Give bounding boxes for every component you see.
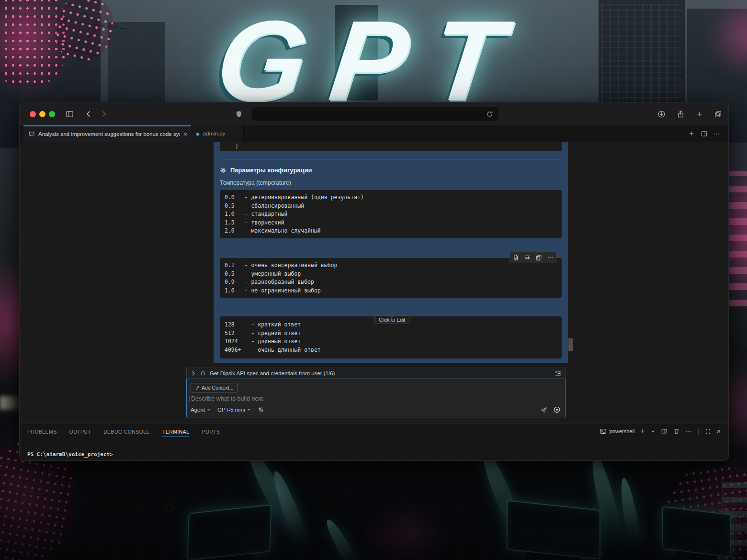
code-block-toolbar: ⋯ [509,251,556,263]
split-editor-icon [701,130,708,137]
code-block-partial[interactable]: ) [220,142,562,151]
code-line: 512 - средний ответ [225,329,562,338]
edit-document-icon [512,254,519,261]
input-controls-row: Agent GPT-5 mini [191,406,561,414]
code-line: 0.5 - сбалансированный [225,202,562,211]
close-panel-button[interactable]: × [717,428,721,435]
python-file-icon: ◆ [196,131,200,136]
downloads-button[interactable] [656,109,667,119]
send-icon[interactable] [540,406,547,414]
temperature-code-block[interactable]: 0.0 - детерминированный (один результат)… [220,190,562,238]
apply-in-editor-button[interactable] [511,253,521,262]
chat-input-field[interactable]: Describe what to build next [190,395,263,402]
shell-label: powershell [610,428,635,434]
sidebar-toggle-button[interactable] [64,109,75,119]
split-editor-button[interactable] [699,128,709,139]
browser-toolbar: + [20,102,728,125]
terminal-more-button[interactable]: ⋯ [686,428,692,435]
shell-list-item[interactable]: powershell [600,428,635,435]
tab-terminal[interactable]: TERMINAL [162,429,189,437]
more-actions-button[interactable]: ⋯ [545,253,555,262]
paperclip-icon [194,385,199,391]
tab-close-button[interactable]: × [183,131,187,137]
model-label: GPT-5 mini [217,407,245,413]
tab-ports[interactable]: PORTS [202,429,220,437]
back-button[interactable] [83,109,94,119]
tab-problems[interactable]: PROBLEMS [27,429,57,437]
tab-chat-session[interactable]: Analysis and improvement suggestions for… [23,125,191,142]
share-button[interactable] [675,109,686,119]
todo-list-row[interactable]: Get Dipsik API spec and credentials from… [186,368,566,379]
text-cursor [190,395,190,402]
desktop: GPT [0,0,747,560]
add-context-button[interactable]: Add Context... [191,383,238,392]
section-header: Параметры конфигурации [220,167,312,174]
code-line: 1.0 - стандартный [225,210,562,219]
code-line: 2.0 - максимально случайный [225,227,562,235]
traffic-light-close[interactable] [30,111,36,117]
maximize-panel-icon[interactable] [705,428,711,435]
tab-label: Analysis and improvement suggestions for… [38,131,180,137]
tab-output[interactable]: OUTPUT [69,429,91,437]
tools-icon[interactable] [258,406,264,413]
scrollbar-thumb[interactable] [568,338,573,351]
chevron-right-icon [100,110,108,118]
todo-status-icon [200,370,206,376]
editor-tab-bar: Analysis and improvement suggestions for… [20,125,728,142]
code-line: 1.5 - творческий [225,219,562,227]
chat-bubble-icon [28,131,35,137]
trash-icon[interactable] [673,428,680,435]
editor-more-button[interactable]: ⋯ [711,128,722,139]
insert-icon [524,254,531,261]
new-editor-button[interactable]: + [686,128,697,139]
top-p-code-block[interactable]: 0.1 - очень консервативный выбор 0.5 - у… [220,258,562,298]
agent-mode-dropdown[interactable]: Agent [191,407,211,413]
traffic-light-minimize[interactable] [39,111,45,117]
code-line: ) [235,143,562,151]
privacy-shield-button[interactable] [233,109,245,119]
panel-tabs: PROBLEMS OUTPUT DEBUG CONSOLE TERMINAL P… [27,429,220,437]
toolbar-divider: | [698,428,699,435]
reload-button[interactable] [484,109,495,119]
forward-button[interactable] [98,109,110,119]
shield-icon [235,110,243,118]
reload-icon [486,111,493,118]
chevron-down-icon[interactable] [651,429,655,434]
agent-mode-label: Agent [191,407,205,413]
voice-record-icon[interactable] [553,406,561,414]
section-divider [220,159,562,159]
click-to-edit-tooltip: Click to Edit [374,315,409,324]
temperature-label: Температура (temperature) [220,179,291,186]
copy-button[interactable] [534,253,543,262]
chevron-down-icon [207,408,211,412]
insert-at-cursor-button[interactable] [522,253,532,262]
section-title: Параметры конфигурации [230,167,312,174]
new-tab-button[interactable]: + [694,109,705,119]
todo-list-icon[interactable] [555,370,561,377]
code-line: 0.5 - умеренный выбор [225,270,562,279]
copy-icon [535,254,542,261]
chat-input-box[interactable]: Add Context... Describe what to build ne… [186,379,566,417]
terminal-icon [600,428,607,435]
split-terminal-icon[interactable] [661,428,668,435]
terminal-panel: PROBLEMS OUTPUT DEBUG CONSOLE TERMINAL P… [20,424,728,460]
chevron-left-icon [85,110,92,118]
tab-overview-button[interactable] [712,109,724,119]
traffic-light-zoom[interactable] [49,111,55,117]
code-line: 0.9 - разнообразный выбор [225,278,562,287]
code-line: 0.0 - детерминированный (один результат) [225,193,562,202]
terminal-actions: powershell + ⋯ | × [600,427,721,435]
chevron-down-icon [247,408,251,412]
download-icon [657,110,666,118]
address-bar[interactable] [252,107,498,121]
tab-admin-py[interactable]: ◆ admin.py [191,125,244,142]
tab-debug-console[interactable]: DEBUG CONSOLE [103,429,150,437]
chat-editor-area: ) Параметры конфигурации Температура (te… [20,142,728,424]
tab-label: admin.py [203,131,226,136]
model-dropdown[interactable]: GPT-5 mini [217,407,251,413]
code-line: 4096+ - очень длинный ответ [225,346,562,355]
tab-overview-icon [714,110,722,118]
new-terminal-button[interactable]: + [640,427,645,435]
add-context-label: Add Context... [202,385,234,391]
todo-label: Get Dipsik API spec and credentials from… [210,370,551,376]
